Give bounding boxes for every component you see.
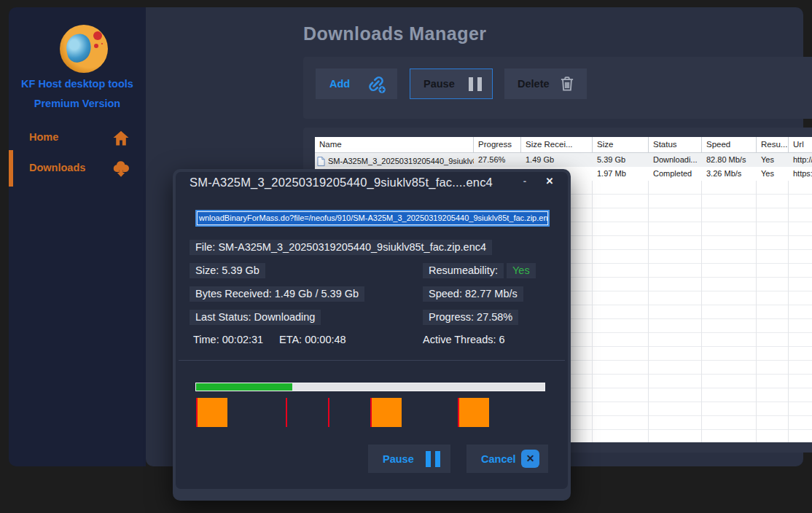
progress-label: Progress: 27.58% bbox=[423, 310, 518, 325]
cloud-download-icon bbox=[111, 159, 131, 179]
table-row[interactable]: SM-A325M_3_20250319205440_9siuklv8... 27… bbox=[315, 153, 812, 167]
download-detail-dialog: SM-A325M_3_20250319205440_9siuklv85t_fac… bbox=[173, 169, 571, 501]
sidebar-item-downloads-label: Downloads bbox=[29, 162, 85, 173]
delete-button-label: Delete bbox=[518, 78, 550, 90]
add-button[interactable]: Add bbox=[316, 68, 397, 99]
last-status-label: Last Status: Downloading bbox=[190, 310, 321, 325]
delete-button[interactable]: Delete bbox=[504, 68, 587, 99]
cell-url: http://cloud-neofussvr... bbox=[789, 153, 812, 167]
dialog-title: SM-A325M_3_20250319205440_9siuklv85t_fac… bbox=[190, 176, 493, 189]
chunk-marker bbox=[328, 398, 329, 427]
download-progress-fill bbox=[196, 383, 292, 391]
cell-url: https://v16m.tiktokcd... bbox=[789, 167, 812, 181]
time-label: Time: 00:02:31 bbox=[187, 332, 269, 348]
dialog-close-button[interactable]: ✕ bbox=[543, 176, 556, 189]
download-progress-bar bbox=[195, 383, 545, 391]
chunk-block bbox=[458, 398, 489, 427]
resumeability-label: Resumeability: bbox=[423, 263, 504, 278]
cell-size-received: 1.49 Gb bbox=[521, 153, 593, 167]
column-header-name[interactable]: Name bbox=[315, 137, 474, 152]
cell-speed: 82.80 Mb/s bbox=[702, 153, 757, 167]
cell-name: SM-A325M_3_20250319205440_9siuklv8... bbox=[328, 157, 474, 165]
column-header-size-received[interactable]: Size Recei... bbox=[521, 137, 593, 152]
file-label: File: SM-A325M_3_20250319205440_9siuklv8… bbox=[190, 240, 492, 255]
sidebar: KF Host desktop tools Premium Version Ho… bbox=[9, 7, 146, 466]
resumeability-value: Yes bbox=[507, 263, 536, 278]
sidebar-item-downloads[interactable]: Downloads bbox=[9, 158, 146, 180]
dialog-minimize-button[interactable]: - bbox=[518, 176, 531, 189]
dialog-cancel-label: Cancel bbox=[481, 453, 516, 465]
cell-resumable: Yes bbox=[757, 167, 789, 181]
cell-status: Downloadi... bbox=[649, 153, 702, 167]
eta-label: ETA: 00:00:48 bbox=[273, 332, 352, 348]
active-threads-label: Active Threads: 6 bbox=[417, 332, 511, 348]
brand-subtitle: Premium Version bbox=[9, 98, 146, 109]
sidebar-item-home-label: Home bbox=[29, 131, 58, 143]
pause-button-label: Pause bbox=[423, 78, 455, 90]
dialog-cancel-button[interactable]: Cancel ✕ bbox=[466, 445, 548, 473]
dialog-divider bbox=[179, 360, 565, 361]
chunk-block bbox=[196, 398, 227, 427]
pause-icon bbox=[464, 77, 482, 91]
column-header-resumable[interactable]: Resu... bbox=[757, 137, 789, 152]
column-header-status[interactable]: Status bbox=[649, 137, 702, 152]
bytes-received-label: Bytes Received: 1.49 Gb / 5.39 Gb bbox=[190, 286, 364, 302]
pause-button[interactable]: Pause bbox=[410, 68, 493, 99]
dialog-pause-button[interactable]: Pause bbox=[368, 445, 450, 473]
trash-icon bbox=[558, 74, 577, 93]
chunk-block bbox=[370, 398, 402, 427]
cell-progress: 27.56% bbox=[474, 153, 521, 167]
add-button-label: Add bbox=[329, 78, 350, 90]
sidebar-item-home[interactable]: Home bbox=[9, 128, 146, 149]
chunk-map bbox=[173, 398, 571, 427]
file-icon bbox=[317, 157, 325, 166]
brand-title: KF Host desktop tools bbox=[9, 78, 146, 90]
column-header-size[interactable]: Size bbox=[593, 137, 649, 152]
app-screen: KF Host desktop tools Premium Version Ho… bbox=[0, 0, 812, 513]
page-title: Downloads Manager bbox=[303, 23, 487, 44]
url-input-value: wnloadBinaryForMass.do?file=/neofus/910/… bbox=[198, 212, 547, 224]
column-header-url[interactable]: Url bbox=[789, 137, 812, 152]
cancel-icon: ✕ bbox=[521, 450, 539, 468]
speed-label: Speed: 82.77 Mb/s bbox=[423, 286, 523, 302]
link-add-icon bbox=[365, 73, 387, 95]
size-label: Size: 5.39 Gb bbox=[190, 263, 265, 278]
app-logo bbox=[60, 25, 108, 73]
url-input[interactable]: wnloadBinaryForMass.do?file=/neofus/910/… bbox=[195, 210, 550, 227]
dialog-pause-label: Pause bbox=[383, 453, 414, 465]
cell-resumable: Yes bbox=[757, 153, 789, 167]
table-header: Name Progress Size Recei... Size Status … bbox=[315, 137, 812, 153]
chunk-marker bbox=[286, 398, 287, 427]
home-icon bbox=[111, 128, 131, 149]
column-header-speed[interactable]: Speed bbox=[702, 137, 757, 152]
pause-icon bbox=[421, 451, 440, 467]
cell-size: 1.97 Mb bbox=[593, 167, 649, 181]
cell-status: Completed bbox=[649, 167, 702, 181]
column-header-progress[interactable]: Progress bbox=[474, 137, 521, 152]
cell-speed: 3.26 Mb/s bbox=[702, 167, 757, 181]
cell-size: 5.39 Gb bbox=[593, 153, 649, 167]
